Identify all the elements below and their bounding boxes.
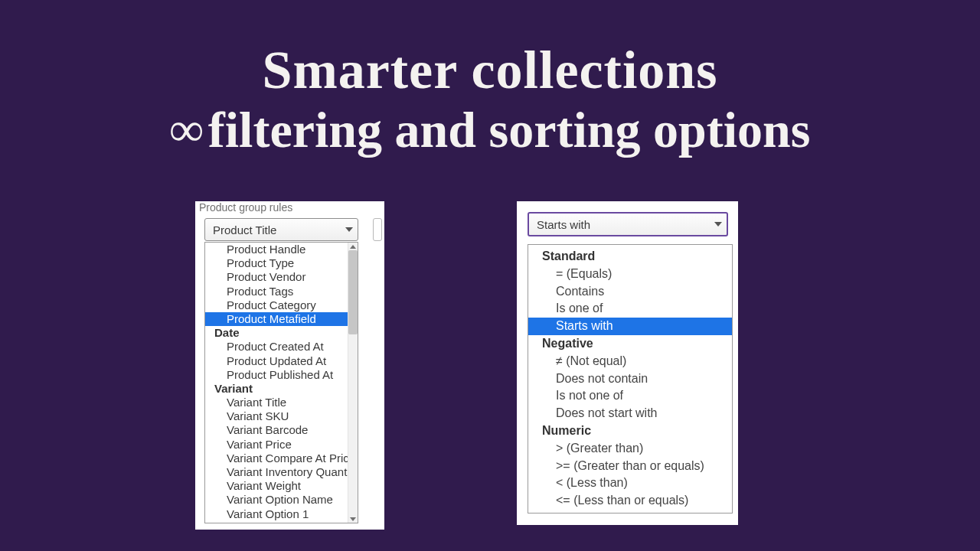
field-option[interactable]: Product Metafield [205,312,348,326]
headline-line1: Smarter collections [0,42,980,99]
operator-option[interactable]: > (Greater than) [528,440,732,458]
operator-option[interactable]: <= (Less than or equals) [528,492,732,510]
field-option[interactable]: Variant Option Name [205,493,348,507]
operator-option[interactable]: Contains [528,283,732,301]
adjacent-input[interactable] [373,218,382,241]
headline-line2: ∞filtering and sorting options [0,103,980,156]
field-dropdown: Product HandleProduct TypeProduct Vendor… [204,242,358,523]
field-select-value: Product Title [213,223,276,236]
field-option[interactable]: Variant Option 1 [205,507,348,521]
operator-select-value: Starts with [537,218,590,231]
operator-selector-panel: Starts with Standard= (Equals)ContainsIs… [517,201,738,525]
scroll-up-button[interactable] [348,243,358,250]
field-group-header: Variant [205,382,348,396]
field-option[interactable]: Product Type [205,256,348,270]
operator-option[interactable]: Does not start with [528,405,732,422]
field-option[interactable]: Variant Barcode [205,423,348,437]
operator-option[interactable]: = (Equals) [528,266,732,283]
operator-select[interactable]: Starts with [528,212,728,236]
operator-option[interactable]: Is one of [528,300,732,318]
operator-option[interactable]: ≠ (Not equal) [528,353,732,370]
chevron-down-icon [345,227,353,232]
operator-dropdown: Standard= (Equals)ContainsIs one ofStart… [528,244,733,514]
field-option[interactable]: Variant Title [205,396,348,409]
field-option[interactable]: Product Published At [205,368,348,382]
field-option[interactable]: Variant Inventory Quantity [205,465,348,479]
field-option[interactable]: Product Updated At [205,354,348,368]
field-option[interactable]: Product Handle [205,243,348,256]
field-option[interactable]: Product Category [205,298,348,312]
operator-group-header: Negative [528,335,732,353]
field-option[interactable]: Variant SKU [205,409,348,423]
field-option[interactable]: Product Vendor [205,270,348,284]
operator-option[interactable]: >= (Greater than or equals) [528,458,732,475]
infinity-icon: ∞ [170,103,208,155]
section-label: Product group rules [199,201,292,214]
field-option[interactable]: Product Created At [205,340,348,354]
field-group-header: Date [205,326,348,340]
headline-line2-text: filtering and sorting options [208,102,811,158]
operator-group-header: Standard [528,248,732,266]
operator-group-header: Numeric [528,422,732,440]
scrollbar-thumb[interactable] [348,250,358,334]
operator-option[interactable]: Is not one of [528,387,732,405]
field-select[interactable]: Product Title [204,218,358,241]
field-option[interactable]: Product Tags [205,285,348,298]
operator-option[interactable]: Does not contain [528,370,732,388]
operator-option[interactable]: Starts with [528,318,732,335]
field-option[interactable]: Variant Compare At Price [205,452,348,465]
field-selector-panel: Product group rules Product Title Produc… [195,201,384,530]
field-option[interactable]: Variant Weight [205,479,348,493]
headline: Smarter collections ∞filtering and sorti… [0,42,980,156]
chevron-down-icon [714,222,722,227]
scroll-down-button[interactable] [348,515,358,523]
scrollbar-track[interactable] [348,243,358,523]
field-option[interactable]: Variant Price [205,438,348,452]
operator-option[interactable]: < (Less than) [528,474,732,492]
